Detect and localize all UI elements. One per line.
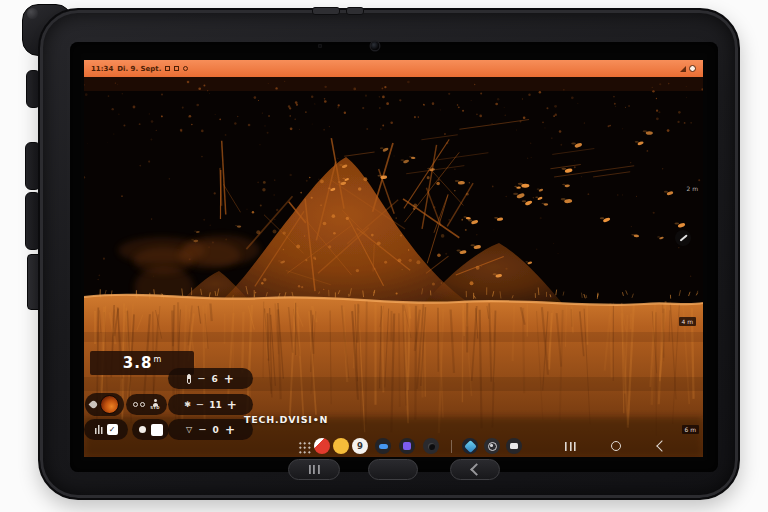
notification-icon	[174, 66, 179, 71]
back-key[interactable]	[450, 459, 500, 480]
depth-value: 3.8	[123, 354, 153, 372]
ambient-sensor-icon	[318, 44, 322, 48]
depth-marker-2m: 2 m	[684, 184, 701, 193]
filter-icon: ▽	[186, 426, 192, 434]
back-chevron-icon	[470, 463, 483, 476]
android-status-bar: 11:34 Di. 9. Sept.	[84, 60, 703, 77]
range-increase-button[interactable]: +	[224, 373, 234, 385]
battery-icon	[689, 65, 696, 72]
app-drawer-icon[interactable]	[298, 441, 311, 454]
dot-marker-button[interactable]	[139, 426, 146, 433]
calendar-app-icon[interactable]: 9	[352, 438, 368, 454]
palette-control	[85, 393, 124, 416]
brightness-control: ✱ − 11 +	[168, 394, 253, 415]
tablet-scene: 11:34 Di. 9. Sept. 3.8 m 2 m 4 m 6 m − 6…	[0, 0, 768, 512]
app-icon-yellow[interactable]	[333, 438, 349, 454]
binoculars-icon[interactable]	[133, 402, 145, 408]
taskbar-divider	[451, 440, 452, 453]
notification-icon	[165, 66, 170, 71]
range-decrease-button[interactable]: −	[197, 374, 205, 384]
app-icon-red[interactable]	[314, 438, 330, 454]
camera-app-icon[interactable]	[423, 438, 439, 454]
person-icon	[152, 399, 159, 406]
edge-panel-handle[interactable]	[675, 230, 691, 246]
status-date: Di. 9. Sept.	[117, 65, 161, 73]
vegetation-icon	[95, 425, 103, 434]
messages-app-icon[interactable]	[375, 438, 391, 454]
range-control: − 6 +	[168, 368, 253, 389]
screen: 11:34 Di. 9. Sept. 3.8 m 2 m 4 m 6 m − 6…	[84, 60, 703, 457]
record-status-icon	[183, 66, 188, 71]
color-swatch-button[interactable]	[100, 395, 119, 414]
range-value: 6	[212, 374, 218, 384]
brightness-increase-button[interactable]: +	[227, 399, 237, 411]
home-key[interactable]	[368, 459, 418, 480]
signal-icon	[680, 66, 686, 72]
recents-button[interactable]	[565, 442, 576, 451]
front-camera-icon	[371, 42, 379, 50]
brightness-value: 11	[209, 400, 222, 410]
depth-marker-4m: 4 m	[679, 317, 696, 326]
back-button[interactable]	[656, 440, 667, 451]
status-time: 11:34	[91, 65, 113, 73]
filter-decrease-button[interactable]: −	[198, 425, 206, 435]
brightness-decrease-button[interactable]: −	[196, 400, 204, 410]
android-taskbar: 9	[84, 434, 703, 457]
status-left-group: 11:34 Di. 9. Sept.	[91, 65, 188, 73]
power-button[interactable]	[312, 7, 340, 15]
antenna-tip-icon	[27, 8, 38, 19]
recents-bars-icon	[309, 465, 320, 474]
palette-icon	[89, 400, 99, 410]
brightness-icon: ✱	[184, 401, 191, 409]
brand-logo: TECH.DVISI•N	[244, 414, 328, 425]
standard-mode-button[interactable]: STD	[150, 399, 160, 410]
range-bar-icon	[187, 374, 191, 384]
recent-app-icon[interactable]	[506, 438, 522, 454]
sonar-app-icon[interactable]	[462, 438, 478, 454]
recents-key[interactable]	[288, 459, 340, 480]
home-button[interactable]	[611, 441, 621, 451]
app-icon-purple[interactable]	[399, 438, 415, 454]
settings-app-icon[interactable]	[484, 438, 500, 454]
filter-value: 0	[213, 425, 219, 435]
depth-unit: m	[153, 355, 161, 364]
depth-marker-6m: 6 m	[682, 425, 699, 434]
status-right-group	[680, 65, 696, 72]
view-mode-control: STD	[126, 394, 167, 415]
check-icon: ✓	[109, 426, 116, 434]
mode-label: STD	[150, 406, 160, 410]
top-side-button[interactable]	[346, 7, 364, 15]
calendar-day: 9	[357, 441, 363, 451]
